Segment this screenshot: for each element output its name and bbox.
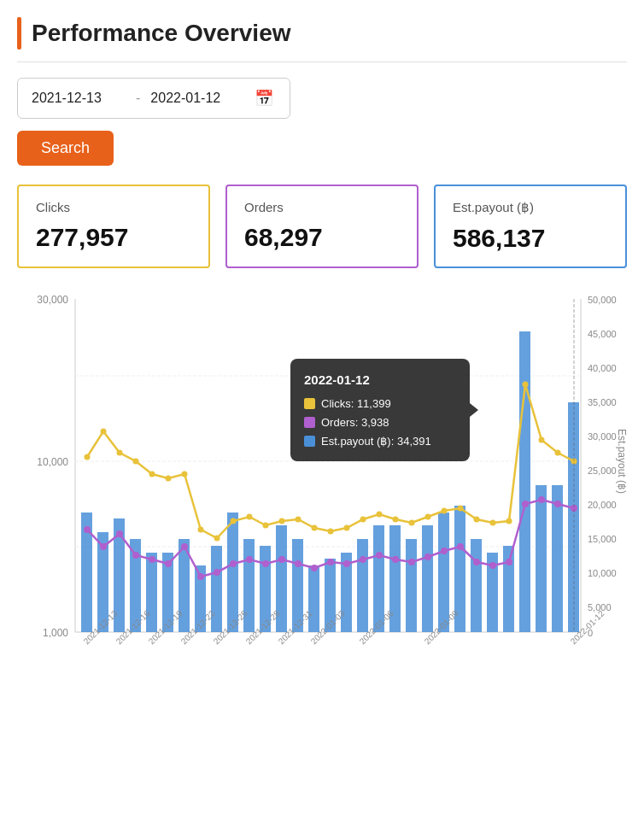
svg-rect-25 [146,553,157,632]
svg-text:30,000: 30,000 [588,431,617,442]
svg-point-112 [554,501,561,507]
svg-point-100 [360,556,366,563]
svg-point-71 [393,517,399,523]
clicks-value: 277,957 [36,223,191,252]
svg-text:15,000: 15,000 [588,534,617,544]
svg-point-111 [538,496,545,503]
svg-text:40,000: 40,000 [588,363,617,373]
svg-text:1,000: 1,000 [43,627,68,639]
svg-point-90 [197,573,204,580]
svg-point-108 [489,562,496,569]
svg-point-65 [296,517,302,523]
svg-point-89 [181,543,188,550]
svg-point-81 [555,450,561,456]
svg-point-84 [100,543,107,550]
svg-text:30,000: 30,000 [37,294,68,306]
svg-rect-49 [536,485,547,632]
svg-point-88 [165,560,172,567]
page-title: Performance Overview [32,20,291,47]
clicks-label: Clicks [36,200,191,214]
svg-rect-42 [422,525,433,632]
orders-label: Orders [244,200,400,214]
svg-point-93 [246,556,253,563]
title-accent-bar [17,17,21,50]
svg-point-96 [295,560,302,567]
svg-point-91 [214,569,220,576]
svg-text:10,000: 10,000 [588,568,617,578]
svg-point-58 [182,472,188,477]
svg-point-97 [311,565,318,571]
calendar-icon[interactable]: 📅 [255,89,273,108]
payout-label: Est.payout (฿) [453,200,608,215]
svg-point-86 [132,552,139,559]
payout-card: Est.payout (฿) 586,137 [434,184,627,268]
svg-point-102 [392,556,399,563]
svg-point-53 [101,429,107,435]
svg-point-98 [327,559,334,565]
svg-rect-38 [357,539,368,632]
svg-text:Est.payout (฿): Est.payout (฿) [616,429,627,494]
clicks-card: Clicks 277,957 [17,184,210,268]
svg-text:20,000: 20,000 [588,500,617,510]
svg-point-99 [343,560,350,567]
svg-point-57 [166,476,172,482]
svg-point-76 [474,517,480,523]
svg-point-77 [490,520,496,526]
svg-point-75 [458,506,464,512]
page-title-container: Performance Overview [17,17,627,62]
svg-rect-45 [471,539,482,632]
svg-point-68 [344,525,350,531]
svg-point-54 [117,450,123,456]
svg-point-101 [376,552,383,559]
svg-point-103 [408,559,415,565]
svg-point-110 [522,501,529,507]
svg-point-64 [279,518,285,524]
svg-point-105 [441,548,448,554]
svg-rect-48 [519,331,530,632]
metrics-row: Clicks 277,957 Orders 68,297 Est.payout … [17,184,627,268]
svg-point-109 [506,559,512,565]
svg-rect-41 [406,539,417,632]
end-date-input[interactable] [150,91,244,106]
svg-text:35,000: 35,000 [588,397,617,407]
svg-point-60 [214,536,220,542]
date-separator: - [136,91,140,106]
svg-point-55 [133,459,139,465]
svg-point-104 [424,554,431,560]
svg-point-106 [457,543,464,550]
orders-value: 68,297 [244,223,400,252]
svg-point-73 [425,514,431,520]
svg-text:50,000: 50,000 [588,295,617,305]
svg-text:25,000: 25,000 [588,466,617,476]
svg-point-80 [539,437,545,443]
orders-card: Orders 68,297 [225,184,419,268]
svg-point-67 [328,529,334,535]
svg-point-69 [360,517,366,523]
svg-point-72 [409,520,415,526]
svg-point-59 [198,527,204,533]
svg-text:10,000: 10,000 [37,456,68,468]
svg-point-85 [116,530,123,537]
svg-point-66 [312,525,318,531]
start-date-input[interactable] [32,91,126,106]
svg-point-95 [278,556,285,563]
svg-point-83 [84,526,91,533]
svg-point-79 [523,382,529,388]
performance-chart: 30,000 10,000 1,000 50,000 45,000 40,000… [17,290,627,709]
bars-estpayout [81,331,579,632]
date-range-picker[interactable]: - 📅 [17,78,290,119]
svg-point-74 [442,508,448,514]
svg-point-61 [231,518,237,524]
svg-point-56 [149,472,155,477]
svg-rect-35 [308,565,319,632]
chart-area: 30,000 10,000 1,000 50,000 45,000 40,000… [17,290,627,709]
svg-point-52 [85,454,91,460]
svg-point-63 [263,523,269,529]
search-button[interactable]: Search [17,131,114,166]
svg-point-87 [149,556,155,563]
svg-point-62 [247,514,253,520]
svg-text:45,000: 45,000 [588,329,617,339]
svg-point-92 [230,560,237,567]
svg-point-94 [262,560,269,567]
svg-point-107 [473,559,480,565]
